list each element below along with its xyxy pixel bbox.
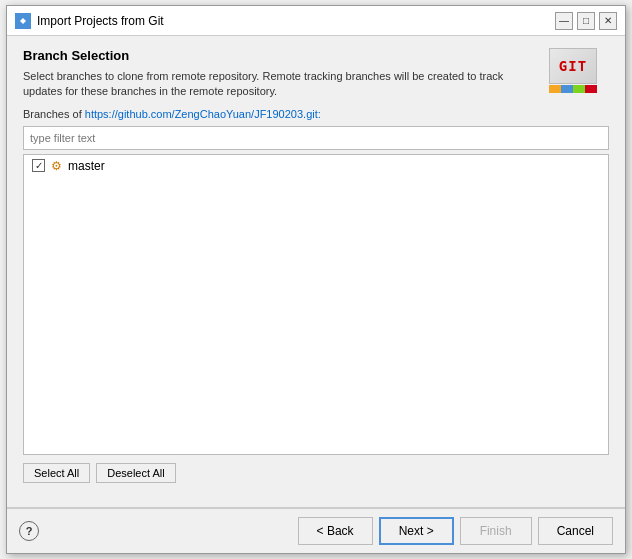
maximize-button[interactable]: □ <box>577 12 595 30</box>
help-button[interactable]: ? <box>19 521 39 541</box>
select-buttons: Select All Deselect All <box>23 463 609 483</box>
select-all-button[interactable]: Select All <box>23 463 90 483</box>
bottom-bar: ? < Back Next > Finish Cancel <box>7 508 625 553</box>
next-button[interactable]: Next > <box>379 517 454 545</box>
git-logo: GIT <box>549 48 609 98</box>
content-area: Branch Selection Select branches to clon… <box>7 36 625 503</box>
finish-button: Finish <box>460 517 532 545</box>
back-button[interactable]: < Back <box>298 517 373 545</box>
title-bar: Import Projects from Git — □ ✕ <box>7 6 625 36</box>
list-item: ⚙ master <box>24 155 608 177</box>
git-logo-bar <box>549 85 597 93</box>
window-controls: — □ ✕ <box>555 12 617 30</box>
window: Import Projects from Git — □ ✕ Branch Se… <box>6 5 626 554</box>
repo-url-link[interactable]: https://github.com/ZengChaoYuan/JF190203… <box>85 108 321 120</box>
cancel-button[interactable]: Cancel <box>538 517 613 545</box>
git-logo-box: GIT <box>549 48 597 84</box>
branch-name-master: master <box>68 159 105 173</box>
branches-label: Branches of https://github.com/ZengChaoY… <box>23 108 609 120</box>
header-left: Branch Selection Select branches to clon… <box>23 48 541 100</box>
window-title: Import Projects from Git <box>37 14 555 28</box>
nav-buttons: < Back Next > Finish Cancel <box>298 517 613 545</box>
branch-list: ⚙ master <box>23 154 609 455</box>
deselect-all-button[interactable]: Deselect All <box>96 463 175 483</box>
branch-icon: ⚙ <box>51 159 62 173</box>
close-button[interactable]: ✕ <box>599 12 617 30</box>
filter-input[interactable] <box>23 126 609 150</box>
header-row: Branch Selection Select branches to clon… <box>23 48 609 100</box>
git-logo-text: GIT <box>559 58 587 74</box>
app-icon <box>15 13 31 29</box>
section-title: Branch Selection <box>23 48 541 63</box>
branch-checkbox-master[interactable] <box>32 159 45 172</box>
minimize-button[interactable]: — <box>555 12 573 30</box>
description-text: Select branches to clone from remote rep… <box>23 69 523 100</box>
